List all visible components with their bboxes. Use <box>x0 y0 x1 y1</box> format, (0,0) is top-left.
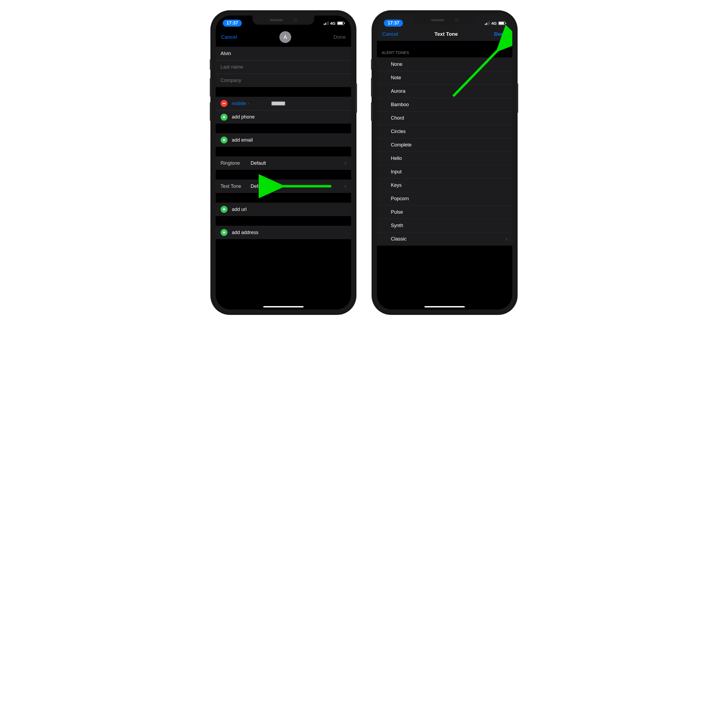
phone-frame-right: 17:37 4G Cancel Text Tone Done ALERT TON… <box>372 11 517 314</box>
tone-label: Pulse <box>391 209 403 215</box>
screen-right: 17:37 4G Cancel Text Tone Done ALERT TON… <box>377 16 512 310</box>
tone-label: Synth <box>391 223 403 229</box>
tone-row-input[interactable]: Input <box>377 165 512 178</box>
tone-row-note[interactable]: Note <box>377 71 512 84</box>
signal-icon <box>324 21 329 25</box>
add-email-label: add email <box>232 137 253 143</box>
add-email-row[interactable]: add email <box>216 133 351 147</box>
texttone-row[interactable]: Text Tone Default › <box>216 179 351 193</box>
notch <box>253 16 314 25</box>
tone-row-bamboo[interactable]: Bamboo <box>377 98 512 111</box>
add-email-icon[interactable] <box>221 136 228 143</box>
tone-label: Complete <box>391 142 412 148</box>
page-title: Text Tone <box>434 31 458 37</box>
tone-row-classic[interactable]: Classic› <box>377 232 512 246</box>
add-phone-label: add phone <box>232 114 255 120</box>
address-section: add address <box>216 226 351 239</box>
add-url-row[interactable]: add url <box>216 203 351 216</box>
nav-bar-edit-contact: Cancel A Done <box>216 29 351 47</box>
company-field[interactable]: Company <box>216 74 351 87</box>
done-button[interactable]: Done <box>494 31 507 37</box>
ringtone-value: Default <box>251 161 266 166</box>
alert-tones-header: ALERT TONES <box>377 41 512 58</box>
tone-row-complete[interactable]: Complete <box>377 138 512 152</box>
network-label: 4G <box>491 21 497 26</box>
add-address-label: add address <box>232 230 259 236</box>
tone-list: NoneNoteAuroraBambooChordCirclesComplete… <box>377 58 512 246</box>
phone-section: mobile › add phone <box>216 97 351 124</box>
add-address-icon[interactable] <box>221 229 228 236</box>
company-placeholder: Company <box>221 78 241 83</box>
screen-left: 17:37 4G Cancel A Done Alvin Last name C… <box>216 16 351 310</box>
chevron-right-icon: › <box>248 101 249 106</box>
remove-phone-icon[interactable] <box>221 100 228 107</box>
tone-label: Aurora <box>391 88 405 94</box>
avatar-initial: A <box>283 34 287 40</box>
notch <box>414 16 475 25</box>
done-button[interactable]: Done <box>334 34 346 40</box>
tone-label: None <box>391 62 402 67</box>
phone-type-button[interactable]: mobile <box>232 101 246 106</box>
status-time: 17:37 <box>223 20 242 27</box>
tone-row-aurora[interactable]: Aurora <box>377 84 512 98</box>
network-label: 4G <box>330 21 335 26</box>
cancel-button[interactable]: Cancel <box>221 34 237 40</box>
texttone-label: Text Tone <box>221 184 247 189</box>
tone-label: Bamboo <box>391 102 409 107</box>
tone-row-chord[interactable]: Chord <box>377 111 512 125</box>
ringtone-section: Ringtone Default › <box>216 156 351 170</box>
first-name-value: Alvin <box>221 51 231 56</box>
tone-row-none[interactable]: None <box>377 58 512 71</box>
chevron-right-icon: › <box>506 236 507 243</box>
name-section: Alvin Last name Company <box>216 47 351 87</box>
add-address-row[interactable]: add address <box>216 226 351 239</box>
texttone-section: Text Tone Default › <box>216 179 351 193</box>
chevron-right-icon: › <box>344 183 346 190</box>
cancel-button[interactable]: Cancel <box>382 31 398 37</box>
add-url-icon[interactable] <box>221 206 228 213</box>
tone-label: Input <box>391 169 402 175</box>
tone-label: Keys <box>391 182 402 188</box>
add-phone-icon[interactable] <box>221 114 228 121</box>
phone-number-redacted <box>272 101 285 106</box>
battery-icon <box>337 22 344 25</box>
ringtone-row[interactable]: Ringtone Default › <box>216 156 351 170</box>
add-url-label: add url <box>232 207 247 212</box>
tone-label: Hello <box>391 156 402 161</box>
chevron-right-icon: › <box>344 160 346 166</box>
battery-icon <box>498 22 505 25</box>
home-indicator[interactable] <box>263 306 303 307</box>
tone-row-keys[interactable]: Keys <box>377 178 512 192</box>
ringtone-label: Ringtone <box>221 161 247 166</box>
first-name-field[interactable]: Alvin <box>216 47 351 60</box>
signal-icon <box>485 21 490 25</box>
last-name-field[interactable]: Last name <box>216 60 351 74</box>
avatar[interactable]: A <box>279 31 291 43</box>
url-section: add url <box>216 203 351 216</box>
home-indicator[interactable] <box>425 306 465 307</box>
tone-label: Classic <box>391 236 406 242</box>
last-name-placeholder: Last name <box>221 64 243 70</box>
email-section: add email <box>216 133 351 147</box>
tone-label: Chord <box>391 115 404 121</box>
tone-row-pulse[interactable]: Pulse <box>377 205 512 219</box>
tone-label: Note <box>391 75 401 81</box>
tone-label: Popcorn <box>391 196 409 201</box>
phone-row[interactable]: mobile › <box>216 97 351 110</box>
tone-row-popcorn[interactable]: Popcorn <box>377 192 512 205</box>
tone-label: Circles <box>391 129 406 135</box>
phone-frame-left: 17:37 4G Cancel A Done Alvin Last name C… <box>211 11 356 314</box>
tone-row-hello[interactable]: Hello <box>377 152 512 165</box>
status-time: 17:37 <box>384 20 403 27</box>
nav-bar-text-tone: Cancel Text Tone Done <box>377 29 512 41</box>
add-phone-row[interactable]: add phone <box>216 110 351 124</box>
tone-row-circles[interactable]: Circles <box>377 125 512 138</box>
texttone-value: Default <box>251 184 266 189</box>
tone-row-synth[interactable]: Synth <box>377 219 512 232</box>
